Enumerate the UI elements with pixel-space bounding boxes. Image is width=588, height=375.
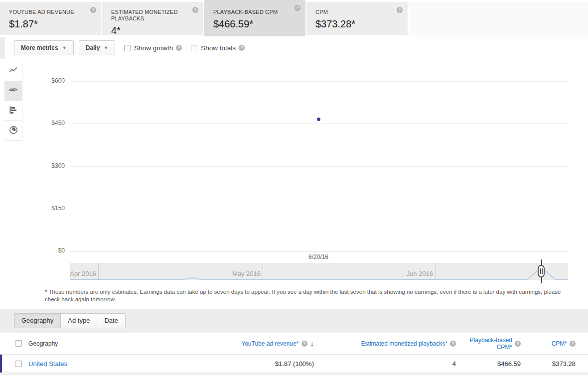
bar-chart-icon — [9, 106, 18, 117]
column-header-label: Geography — [28, 340, 58, 347]
column-header-playbacks: Estimated monetized playbacks* ? — [314, 340, 456, 347]
metric-cards-row: YOUTUBE AD REVENUE $1.87* ? ESTIMATED MO… — [0, 0, 588, 37]
metric-label: CPM — [315, 9, 395, 15]
y-tick-label: $0 — [10, 247, 65, 254]
metric-value: $1.87* — [9, 18, 92, 30]
chart-type-bar-button[interactable] — [4, 101, 22, 121]
cell-playbacks: 4 — [314, 360, 456, 368]
show-totals-label: Show totals — [201, 44, 236, 52]
show-growth-checkbox[interactable] — [124, 45, 131, 51]
column-header-revenue: YouTube ad revenue* ? ↓ — [219, 339, 314, 348]
row-color-stripe — [0, 355, 2, 373]
tab-geography[interactable]: Geography — [14, 314, 61, 328]
column-header-link[interactable]: YouTube ad revenue* — [241, 340, 298, 347]
gridline-0 — [70, 251, 568, 251]
cell-value: $1.87 (100%) — [275, 360, 314, 368]
help-icon[interactable]: ? — [176, 45, 182, 51]
show-totals-checkbox[interactable] — [191, 45, 197, 51]
help-icon[interactable]: ? — [294, 5, 300, 11]
help-icon[interactable]: ? — [192, 7, 198, 13]
gridline-300 — [70, 166, 568, 167]
select-all-checkbox[interactable] — [15, 340, 22, 347]
chart-type-multiline-button[interactable] — [4, 81, 22, 101]
metric-value: $373.28* — [315, 18, 399, 30]
sort-desc-arrow-icon[interactable]: ↓ — [310, 339, 314, 348]
column-header-link[interactable]: Estimated monetized playbacks* — [361, 340, 447, 347]
analytics-earnings-page: YOUTUBE AD REVENUE $1.87* ? ESTIMATED MO… — [0, 0, 588, 375]
cell-value: 4 — [452, 360, 456, 368]
column-header-playback-cpm: Playback-based CPM* ? — [456, 337, 521, 351]
interval-dropdown[interactable]: Daily ▼ — [79, 40, 116, 55]
tab-date[interactable]: Date — [97, 314, 125, 328]
timeline-sparkline — [70, 263, 568, 280]
line-chart-icon — [9, 66, 18, 77]
chart-section: $600 $450 $300 $150 $0 6/20/16 Apr 2016 … — [0, 59, 588, 309]
help-icon[interactable]: ? — [570, 341, 576, 347]
metric-label: PLAYBACK-BASED CPM — [213, 9, 293, 15]
metric-value: 4* — [111, 25, 194, 36]
column-header-cpm: CPM* ? — [521, 340, 576, 347]
cell-revenue: $1.87 (100%) — [219, 360, 314, 368]
metric-card-playback-based-cpm[interactable]: PLAYBACK-BASED CPM $466.59* ? — [204, 0, 305, 36]
help-icon[interactable]: ? — [515, 341, 521, 347]
help-icon[interactable]: ? — [239, 45, 245, 51]
globe-icon — [9, 125, 18, 136]
chevron-down-icon: ▼ — [62, 45, 67, 50]
timeline-scrubber[interactable]: Apr 2016 May 2016 Jun 2016 — [70, 263, 568, 280]
table-header-row: Geography YouTube ad revenue* ? ↓ Estima… — [0, 333, 588, 355]
cell-geography: United States — [28, 360, 219, 368]
help-icon[interactable]: ? — [397, 7, 403, 13]
metric-card-estimated-monetized-playbacks[interactable]: ESTIMATED MONETIZED PLAYBACKS 4* ? — [102, 2, 203, 35]
help-icon[interactable]: ? — [301, 341, 307, 347]
chart-toolbar: More metrics ▼ Daily ▼ Show growth ? Sho… — [0, 37, 588, 59]
geography-table: Geography YouTube ad revenue* ? ↓ Estima… — [0, 333, 588, 375]
cell-value: $373.28 — [552, 360, 576, 368]
geography-link[interactable]: United States — [28, 360, 67, 368]
table-row-united-states: United States $1.87 (100%) 4 $466.59 $37… — [0, 355, 588, 373]
multi-line-chart-icon — [9, 86, 18, 97]
cell-value: $466.59 — [497, 360, 521, 368]
help-icon[interactable]: ? — [450, 341, 456, 347]
column-header-link[interactable]: Playback-based CPM* — [464, 337, 512, 351]
metric-cards-filler — [409, 2, 588, 36]
interval-label: Daily — [86, 44, 100, 51]
column-header-link[interactable]: CPM* — [552, 340, 567, 347]
help-icon[interactable]: ? — [90, 7, 96, 13]
scrubber-handle[interactable] — [538, 265, 545, 277]
chart-type-rail — [4, 61, 23, 141]
tab-ad-type[interactable]: Ad type — [61, 314, 97, 328]
y-tick-label: $300 — [10, 162, 65, 169]
metric-label: YOUTUBE AD REVENUE — [9, 9, 89, 15]
metric-value: $466.59* — [213, 18, 296, 30]
more-metrics-button[interactable]: More metrics ▼ — [14, 40, 74, 55]
x-axis-date-label: 6/20/16 — [294, 253, 343, 260]
show-growth-label: Show growth — [134, 44, 173, 52]
metric-label: ESTIMATED MONETIZED PLAYBACKS — [111, 9, 191, 22]
chart-data-point[interactable] — [317, 118, 320, 121]
gridline-150 — [70, 209, 568, 209]
metric-card-cpm[interactable]: CPM $373.28* ? — [306, 2, 408, 35]
chevron-down-icon: ▼ — [104, 45, 108, 50]
cell-playback-cpm: $466.59 — [456, 360, 521, 368]
y-tick-label: $450 — [10, 120, 65, 126]
more-metrics-label: More metrics — [21, 44, 58, 51]
gridline-600 — [70, 81, 568, 82]
cell-cpm: $373.28 — [521, 360, 576, 368]
column-header-geography: Geography — [28, 340, 219, 347]
row-checkbox[interactable] — [15, 361, 22, 367]
metric-card-youtube-ad-revenue[interactable]: YOUTUBE AD REVENUE $1.87* ? — [0, 2, 101, 35]
estimates-footnote: * These numbers are only estimates. Earn… — [45, 288, 572, 303]
gridline-450 — [70, 124, 568, 124]
grip-icon — [540, 268, 543, 274]
y-tick-label: $150 — [10, 205, 65, 212]
report-tabs: Geography Ad type Date — [14, 313, 126, 328]
report-tabs-band: Geography Ad type Date — [0, 309, 588, 333]
y-tick-label: $600 — [10, 77, 65, 84]
